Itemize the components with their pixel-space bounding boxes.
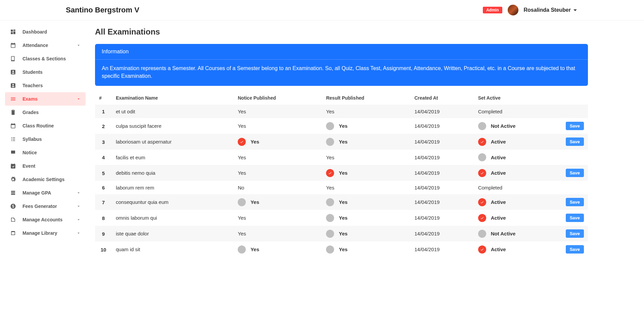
sidebar-item-exams[interactable]: Exams [5,92,86,106]
result-toggle[interactable] [326,122,334,130]
notice-cell: Yes [234,194,322,210]
result-cell: Yes [322,118,410,134]
th-number: # [95,91,112,105]
active-toggle[interactable] [478,214,486,222]
result-cell: Yes [322,210,410,226]
action-cell: Save [561,118,588,134]
th-result: Result Published [322,91,410,105]
notice-text: Yes [238,215,246,221]
result-toggle[interactable] [326,198,334,206]
sidebar-item-manage-gpa[interactable]: Manage GPA [5,186,86,200]
calendar-icon [10,122,16,129]
active-toggle[interactable] [478,230,486,238]
save-button[interactable]: Save [566,245,584,254]
sidebar-item-teachers[interactable]: Teachers [5,79,86,92]
gpa-icon [10,189,16,196]
sidebar-item-attendance[interactable]: Attendance [5,39,86,52]
result-text: Yes [339,170,348,176]
notice-toggle[interactable] [238,245,246,254]
notice-cell: No [234,181,322,194]
sidebar-item-notice[interactable]: Notice [5,146,86,159]
save-button[interactable]: Save [566,214,584,222]
user-name: Rosalinda Steuber [524,7,571,13]
save-button[interactable]: Save [566,169,584,177]
save-button[interactable]: Save [566,122,584,130]
sidebar-item-label: Manage Library [22,230,57,236]
result-toggle[interactable] [326,230,334,238]
notice-cell: Yes [234,150,322,165]
active-toggle[interactable] [478,138,486,146]
active-toggle[interactable] [478,198,486,206]
active-cell: Completed [474,181,561,194]
active-cell: Active [474,150,561,165]
created-at: 14/04/2019 [410,118,474,134]
save-button[interactable]: Save [566,229,584,238]
sidebar-item-dashboard[interactable]: Dashboard [5,25,86,39]
sidebar-item-grades[interactable]: Grades [5,106,86,119]
result-text: Yes [326,109,334,114]
info-box-body: An Examination represents a Semester. Al… [95,60,588,80]
active-toggle[interactable] [478,169,486,177]
created-at: 14/04/2019 [410,241,474,257]
exam-name: iste quae dolor [112,226,234,241]
sidebar-item-class-routine[interactable]: Class Routine [5,119,86,132]
sidebar-item-classes-sections[interactable]: Classes & Sections [5,52,86,65]
sidebar-item-academic-settings[interactable]: Academic Settings [5,173,86,186]
sidebar-item-manage-accounts[interactable]: Manage Accounts [5,213,86,226]
result-toggle[interactable] [326,138,334,146]
notice-toggle[interactable] [238,198,246,206]
active-text: Not Active [491,123,516,129]
sidebar-item-label: Exams [22,96,38,102]
notice-text: Yes [238,155,246,160]
row-number: 5 [95,165,112,181]
avatar[interactable] [508,5,518,15]
row-number: 7 [95,194,112,210]
active-cell: Active [474,165,561,181]
save-button[interactable]: Save [566,137,584,146]
result-toggle[interactable] [326,245,334,254]
notice-cell: Yes [234,165,322,181]
active-cell: Active [474,241,561,257]
result-toggle[interactable] [326,214,334,222]
active-text: Not Active [491,231,516,236]
sidebar-item-event[interactable]: Event [5,159,86,173]
result-text: Yes [339,246,348,252]
sidebar-item-label: Attendance [22,43,48,48]
notice-text: Yes [250,199,259,205]
result-text: Yes [339,139,348,145]
active-text: Active [491,170,506,176]
notice-text: Yes [238,109,246,114]
brand-title: Santino Bergstrom V [66,6,139,14]
chevron-down-icon [76,190,81,195]
notice-cell: Yes [234,105,322,118]
exam-name: et ut odit [112,105,234,118]
clipboard-icon [10,109,16,116]
sidebar-item-students[interactable]: Students [5,65,86,79]
exam-name: debitis nemo quia [112,165,234,181]
sidebar-item-fees-generator[interactable]: Fees Generator [5,200,86,213]
active-toggle[interactable] [478,153,486,161]
table-row: 5 debitis nemo quia Yes Yes 14/04/2019 A… [95,165,588,181]
active-toggle[interactable] [478,122,486,130]
gear-icon [10,176,16,183]
active-text: Active [491,139,506,145]
result-toggle[interactable] [326,169,334,177]
user-dropdown[interactable]: Rosalinda Steuber [524,7,577,13]
notice-toggle[interactable] [238,138,246,146]
created-at: 14/04/2019 [410,194,474,210]
action-cell [561,181,588,194]
action-cell: Save [561,226,588,241]
active-cell: Active [474,210,561,226]
result-cell: Yes [322,165,410,181]
table-row: 1 et ut odit Yes Yes 14/04/2019 Complete… [95,105,588,118]
sidebar-item-syllabus[interactable]: Syllabus [5,132,86,146]
notice-text: No [238,185,244,190]
dashboard-icon [10,29,16,35]
sidebar-item-manage-library[interactable]: Manage Library [5,226,86,240]
save-button[interactable]: Save [566,198,584,206]
chevron-down-icon [76,97,81,101]
row-number: 10 [95,241,112,257]
active-toggle[interactable] [478,245,486,254]
created-at: 14/04/2019 [410,165,474,181]
dollar-icon [10,203,16,210]
